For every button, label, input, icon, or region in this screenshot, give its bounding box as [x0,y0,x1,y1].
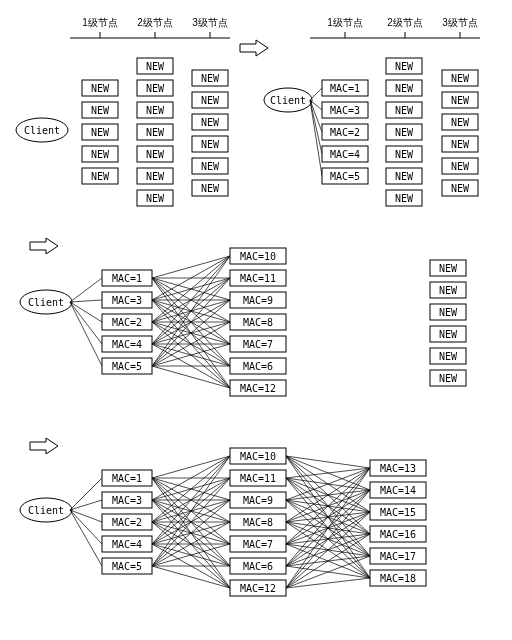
stage3-t3-node-4-label: NEW [439,351,458,362]
stage4-t3-node-0-label: MAC=13 [380,463,416,474]
svg-text:Client: Client [28,505,64,516]
stage1-tier1: NEWNEWNEWNEWNEW [82,80,118,184]
stage3-t1-node-4-label: MAC=5 [112,361,142,372]
stage4-t1-node-2-label: MAC=2 [112,517,142,528]
stage1-t1-node-1-label: NEW [91,105,110,116]
stage1-t1-node-0-label: NEW [91,83,110,94]
stage2-t2-node-5-label: NEW [395,171,414,182]
stage4-t1-node-4-label: MAC=5 [112,561,142,572]
svg-text:Client: Client [270,95,306,106]
stage2-axis: 1级节点 2级节点 3级节点 [310,17,480,38]
stage2-t1-node-2-label: MAC=2 [330,127,360,138]
stage3-tier3: NEWNEWNEWNEWNEWNEW [430,260,466,386]
stage4-t3-node-2-label: MAC=15 [380,507,416,518]
stage1-t3-node-3-label: NEW [201,139,220,150]
svg-line-106 [152,566,230,588]
stage3-t1-node-1-label: MAC=3 [112,295,142,306]
stage1-t3-node-2-label: NEW [201,117,220,128]
svg-line-107 [286,456,370,468]
stage2-tier2: NEWNEWNEWNEWNEWNEWNEW [386,58,422,206]
stage1-t2-node-2-label: NEW [146,105,165,116]
stage3-t3-node-1-label: NEW [439,285,458,296]
svg-line-131 [286,468,370,544]
stage3-t3-node-2-label: NEW [439,307,458,318]
svg-line-145 [286,512,370,588]
stage3-connections-t1-t2 [152,256,230,388]
stage4-t2-node-2-label: MAC=9 [243,495,273,506]
svg-line-86 [152,456,230,522]
stage2-t1-node-0-label: MAC=1 [330,83,360,94]
svg-text:Client: Client [24,125,60,136]
stage2-t3-node-0-label: NEW [451,73,470,84]
stage1-tier2: NEWNEWNEWNEWNEWNEWNEW [137,58,173,206]
stage4-t3-node-3-label: MAC=16 [380,529,416,540]
stage1-t3-node-0-label: NEW [201,73,220,84]
stage3-t3-node-3-label: NEW [439,329,458,340]
svg-line-100 [152,456,230,566]
stage2-t3-node-2-label: NEW [451,117,470,128]
stage4-t3-node-1-label: MAC=14 [380,485,416,496]
stage1-tier3: NEWNEWNEWNEWNEWNEW [192,70,228,196]
svg-line-25 [70,300,102,302]
stage2-t2-node-0-label: NEW [395,61,414,72]
stage4-t3-node-4-label: MAC=17 [380,551,416,562]
stage1-t3-node-1-label: NEW [201,95,220,106]
stage2-t1-node-3-label: MAC=4 [330,149,360,160]
stage2-tier1: MAC=1MAC=3MAC=2MAC=4MAC=5 [322,80,368,184]
stage4-connections-t2-t3 [286,456,370,588]
svg-text:2级节点: 2级节点 [387,17,423,28]
stage3-t2-node-6-label: MAC=12 [240,383,276,394]
stage4-tier3: MAC=13MAC=14MAC=15MAC=16MAC=17MAC=18 [370,460,426,586]
stage2-t1-node-4-label: MAC=5 [330,171,360,182]
stage1-t1-node-4-label: NEW [91,171,110,182]
stage4-t1-node-1-label: MAC=3 [112,495,142,506]
stage2-t2-node-1-label: NEW [395,83,414,94]
stage4-connections-t1-t2 [152,456,230,588]
stage4-t2-node-5-label: MAC=6 [243,561,273,572]
stage1-t2-node-0-label: NEW [146,61,165,72]
stage3-t2-node-0-label: MAC=10 [240,251,276,262]
svg-line-70 [70,510,102,544]
stage1-t1-node-3-label: NEW [91,149,110,160]
stage4-t2-node-4-label: MAC=7 [243,539,273,550]
stage1-t3-node-4-label: NEW [201,161,220,172]
stage3-t3-node-0-label: NEW [439,263,458,274]
stage2-t2-node-3-label: NEW [395,127,414,138]
svg-text:3级节点: 3级节点 [442,17,478,28]
stage1-t2-node-3-label: NEW [146,127,165,138]
axis-label-t3: 3级节点 [192,17,228,28]
svg-line-63 [152,366,230,388]
stage3-client: Client [20,290,72,314]
svg-line-72 [152,456,230,478]
stage3-t1-node-3-label: MAC=4 [112,339,142,350]
stage1-t2-node-4-label: NEW [146,149,165,160]
axis-label-t1: 1级节点 [82,17,118,28]
svg-marker-64 [30,438,58,454]
stage2-t2-node-4-label: NEW [395,149,414,160]
stage2-connections [310,88,322,176]
svg-line-43 [152,256,230,322]
arrow-2to3 [30,238,58,254]
stage2-client: Client [264,88,312,112]
axis-label-t2: 2级节点 [137,17,173,28]
stage3-t2-node-5-label: MAC=6 [243,361,273,372]
stage4-t2-node-3-label: MAC=8 [243,517,273,528]
stage4-t1-node-3-label: MAC=4 [112,539,142,550]
stage4-client: Client [20,498,72,522]
stage1-t2-node-6-label: NEW [146,193,165,204]
svg-line-27 [70,302,102,344]
stage2-t1-node-1-label: MAC=3 [330,105,360,116]
svg-line-24 [70,278,102,302]
stage4-t2-node-6-label: MAC=12 [240,583,276,594]
svg-marker-21 [30,238,58,254]
stage3-tier1: MAC=1MAC=3MAC=2MAC=4MAC=5 [102,270,152,374]
svg-line-71 [70,510,102,566]
network-diagram: 1级节点 2级节点 3级节点 Client NEWNEWNEWNEWNEW NE… [10,10,502,630]
stage3-t2-node-2-label: MAC=9 [243,295,273,306]
stage2-t3-node-5-label: NEW [451,183,470,194]
stage1-t2-node-1-label: NEW [146,83,165,94]
stage3-t2-node-1-label: MAC=11 [240,273,276,284]
stage4-t3-node-5-label: MAC=18 [380,573,416,584]
stage1-client: Client [16,118,68,142]
svg-text:Client: Client [28,297,64,308]
